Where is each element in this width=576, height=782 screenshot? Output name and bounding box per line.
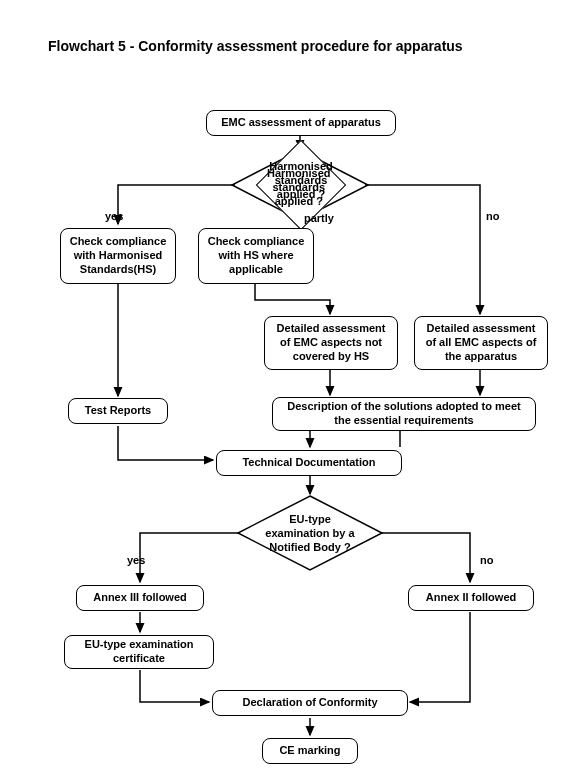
- node-annex-ii: Annex II followed: [408, 585, 534, 611]
- label-partly: partly: [304, 212, 334, 224]
- label-no-1: no: [486, 210, 499, 222]
- node-check-hs-applicable: Check compliance with HS where applicabl…: [198, 228, 314, 284]
- node-check-hs: Check compliance with Harmonised Standar…: [60, 228, 176, 284]
- node-test-reports: Test Reports: [68, 398, 168, 424]
- node-technical-documentation: Technical Documentation: [216, 450, 402, 476]
- page-title: Flowchart 5 - Conformity assessment proc…: [48, 38, 463, 54]
- node-annex-iii: Annex III followed: [76, 585, 204, 611]
- node-description-solutions: Description of the solutions adopted to …: [272, 397, 536, 431]
- node-eu-type-cert: EU-type examination certificate: [64, 635, 214, 669]
- node-detailed-not-covered: Detailed assessment of EMC aspects not c…: [264, 316, 398, 370]
- label-yes-1: yes: [105, 210, 123, 222]
- node-emc-assessment: EMC assessment of apparatus: [206, 110, 396, 136]
- node-ce-marking: CE marking: [262, 738, 358, 764]
- decision-harmonised-standards-text: Harmonisedstandardsapplied ?: [268, 160, 334, 201]
- label-yes-2: yes: [127, 554, 145, 566]
- node-detailed-all: Detailed assessment of all EMC aspects o…: [414, 316, 548, 370]
- node-declaration: Declaration of Conformity: [212, 690, 408, 716]
- label-no-2: no: [480, 554, 493, 566]
- decision-eu-type-text: EU-typeexamination by aNotified Body ?: [260, 513, 360, 554]
